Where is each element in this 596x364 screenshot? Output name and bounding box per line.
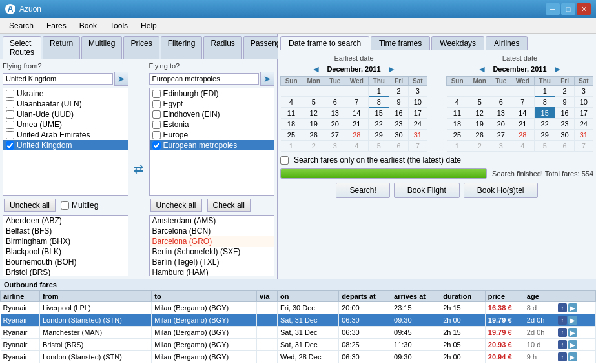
cal-day[interactable]	[468, 86, 491, 97]
list-item[interactable]: Egypt	[150, 99, 274, 109]
cal-day[interactable]: 16	[555, 108, 574, 119]
tab-date-frame[interactable]: Date frame to search	[280, 36, 369, 50]
cal-day[interactable]: 29	[368, 130, 389, 141]
cal-day-holiday[interactable]: 31	[408, 130, 427, 141]
cal-day[interactable]	[325, 86, 345, 97]
flying-to-input[interactable]	[149, 73, 260, 85]
menu-search[interactable]: Search	[3, 18, 40, 33]
cal-day[interactable]: 21	[345, 119, 368, 130]
cal-day[interactable]	[345, 86, 368, 97]
table-row[interactable]: Ryanair Manchester (MAN) Milan (Bergamo)…	[1, 327, 596, 339]
list-item[interactable]: Umea (UME)	[3, 119, 128, 130]
table-row[interactable]: Ryanair Liverpool (LPL) Milan (Bergamo) …	[1, 302, 596, 314]
tab-airlines[interactable]: Airlines	[486, 36, 528, 50]
results-table-container[interactable]: airline from to via on departs at arrive…	[0, 290, 596, 364]
list-item[interactable]: Amsterdam (AMS)	[150, 216, 274, 226]
cal-day[interactable]: 14	[511, 108, 534, 119]
to-check-all-button[interactable]: Check all	[207, 199, 251, 212]
tab-radius[interactable]: Radius	[203, 36, 241, 59]
cal-day[interactable]: 21	[511, 119, 534, 130]
facebook-icon[interactable]: f	[558, 340, 567, 349]
cal-day-other[interactable]: 6	[555, 141, 574, 152]
menu-help[interactable]: Help	[134, 18, 163, 33]
cal-day-other[interactable]: 5	[368, 141, 389, 152]
cal-day-holiday[interactable]: 28	[511, 130, 534, 141]
menu-tools[interactable]: Tools	[103, 18, 134, 33]
cal-day[interactable]	[302, 86, 325, 97]
cal-day[interactable]: 3	[408, 86, 427, 97]
cal-day[interactable]: 3	[574, 86, 593, 97]
table-row-selected[interactable]: Ryanair London (Stansted) (STN) Milan (B…	[1, 314, 596, 327]
list-item[interactable]: Barcelona (BCN)	[150, 226, 274, 236]
cal-day-other[interactable]: 7	[574, 141, 593, 152]
tab-prices[interactable]: Prices	[123, 36, 159, 59]
tab-time-frames[interactable]: Time frames	[371, 36, 430, 50]
to-country-list[interactable]: Edinburgh (EDI) Egypt Eindhoven (EIN) Es…	[149, 88, 275, 196]
list-item[interactable]: Barcelona (GRO)	[150, 236, 274, 247]
to-uncheck-all-button[interactable]: Uncheck all	[150, 199, 202, 212]
cal-day[interactable]: 24	[408, 119, 427, 130]
right-cal-next-button[interactable]: ►	[553, 64, 562, 74]
cal-day[interactable]: 2	[555, 86, 574, 97]
cal-day[interactable]	[447, 86, 468, 97]
cal-day[interactable]: 1	[368, 86, 389, 97]
cal-day[interactable]: 25	[281, 130, 302, 141]
cal-day[interactable]: 27	[325, 130, 345, 141]
cal-day-other[interactable]: 6	[389, 141, 408, 152]
cal-day[interactable]: 9	[389, 97, 408, 108]
list-item[interactable]: Estonia	[150, 119, 274, 130]
list-item[interactable]: Birmingham (BHX)	[3, 236, 128, 247]
cal-day[interactable]: 20	[325, 119, 345, 130]
list-item-selected[interactable]: European metropoles	[150, 140, 274, 150]
cal-day[interactable]: 7	[511, 97, 534, 108]
facebook-icon[interactable]: f	[558, 352, 567, 361]
earliest-only-checkbox[interactable]	[280, 156, 289, 165]
cal-day[interactable]: 1	[534, 86, 555, 97]
to-airport-list[interactable]: Amsterdam (AMS) Barcelona (BCN) Barcelon…	[149, 215, 275, 276]
cal-day-other[interactable]: 7	[408, 141, 427, 152]
table-row[interactable]: Ryanair London (Stansted) (STN) Milan (B…	[1, 351, 596, 363]
cal-day-today[interactable]: 8	[368, 97, 389, 108]
cal-day[interactable]: 2	[389, 86, 408, 97]
cal-day[interactable]	[491, 86, 511, 97]
cal-day[interactable]: 18	[281, 119, 302, 130]
cal-day[interactable]: 18	[447, 119, 468, 130]
cal-day[interactable]: 13	[325, 108, 345, 119]
list-item[interactable]: Edinburgh (EDI)	[150, 88, 274, 99]
share-icon[interactable]: ▶	[568, 303, 577, 312]
list-item[interactable]: Europe	[150, 130, 274, 140]
share-icon[interactable]: ▶	[568, 328, 577, 337]
tab-multileg[interactable]: Multileg	[81, 36, 122, 59]
cal-day[interactable]: 5	[302, 97, 325, 108]
cal-day-other[interactable]: 5	[534, 141, 555, 152]
cal-day-other[interactable]: 1	[447, 141, 468, 152]
right-cal-prev-button[interactable]: ◄	[478, 64, 487, 74]
cal-day[interactable]: 14	[345, 108, 368, 119]
cal-day[interactable]: 13	[491, 108, 511, 119]
list-item[interactable]: Eindhoven (EIN)	[150, 109, 274, 119]
tab-return[interactable]: Return	[43, 36, 80, 59]
cal-day[interactable]: 30	[555, 130, 574, 141]
cal-day[interactable]: 15	[368, 108, 389, 119]
list-item[interactable]: Blackpool (BLK)	[3, 247, 128, 257]
facebook-icon[interactable]: f	[558, 328, 567, 337]
cal-day-other[interactable]: 2	[302, 141, 325, 152]
left-cal-prev-button[interactable]: ◄	[312, 64, 321, 74]
cal-day[interactable]: 22	[368, 119, 389, 130]
left-cal-next-button[interactable]: ►	[387, 64, 396, 74]
book-hotel-button[interactable]: Book Ho(s)tel	[464, 183, 538, 198]
cal-day[interactable]: 6	[491, 97, 511, 108]
cal-day[interactable]: 5	[468, 97, 491, 108]
cal-day[interactable]: 11	[447, 108, 468, 119]
list-item[interactable]: Belfast (BFS)	[3, 226, 128, 236]
tab-weekdays[interactable]: Weekdays	[431, 36, 484, 50]
multileg-checkbox[interactable]	[61, 201, 69, 210]
cal-day-holiday[interactable]: 28	[345, 130, 368, 141]
cal-day-other[interactable]: 4	[345, 141, 368, 152]
cal-day[interactable]: 11	[281, 108, 302, 119]
menu-book[interactable]: Book	[73, 18, 103, 33]
cal-day[interactable]: 19	[302, 119, 325, 130]
cal-day[interactable]: 23	[555, 119, 574, 130]
share-icon[interactable]: ▶	[568, 352, 577, 361]
cal-day-other[interactable]: 4	[511, 141, 534, 152]
